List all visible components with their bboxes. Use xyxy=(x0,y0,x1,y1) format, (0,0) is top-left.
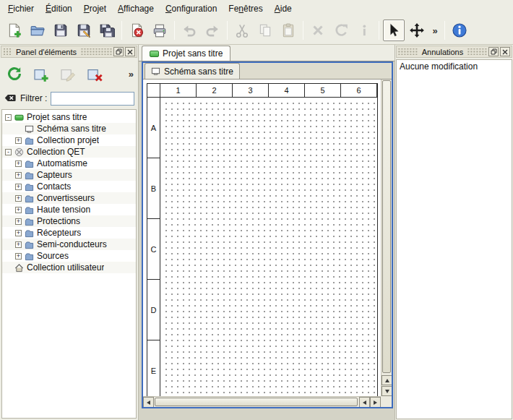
new-element-button[interactable] xyxy=(30,62,53,85)
diagram-view[interactable]: 123456 ABCDE xyxy=(143,80,392,407)
open-button[interactable] xyxy=(27,20,48,41)
tree-item-projet-sans-titre[interactable]: -Projet sans titre xyxy=(2,111,136,123)
delete-element-button[interactable] xyxy=(83,62,106,85)
expand-icon[interactable]: + xyxy=(15,230,22,236)
float-panel-button[interactable] xyxy=(113,47,124,56)
about-icon xyxy=(452,22,467,38)
expand-icon[interactable]: + xyxy=(15,218,22,225)
menu-affichage[interactable]: Affichage xyxy=(112,1,160,17)
new-button[interactable] xyxy=(4,20,25,41)
tree-item-protections[interactable]: +Protections xyxy=(2,215,136,227)
close-panel-button[interactable] xyxy=(125,47,135,56)
tree-item-automatisme[interactable]: +Automatisme xyxy=(2,158,136,169)
menu-edition[interactable]: Édition xyxy=(40,1,78,17)
select-button[interactable] xyxy=(383,20,405,41)
float-icon xyxy=(491,48,497,55)
folder-icon xyxy=(25,228,34,238)
tree-item-convertisseurs[interactable]: +Convertisseurs xyxy=(2,192,136,204)
about-button[interactable] xyxy=(449,20,470,41)
tree-item-contacts[interactable]: +Contacts xyxy=(2,181,136,192)
copy-button xyxy=(254,20,276,41)
close-button[interactable] xyxy=(126,20,147,41)
tree-item-label: Protections xyxy=(37,216,80,226)
expand-icon[interactable]: + xyxy=(15,195,22,202)
collapse-icon[interactable]: - xyxy=(5,149,12,155)
tree-item-haute-tension[interactable]: +Haute tension xyxy=(2,204,136,215)
panel-toolbar-overflow-button[interactable]: » xyxy=(129,69,135,80)
tree-item-capteurs[interactable]: +Capteurs xyxy=(2,169,136,181)
horizontal-scrollbar[interactable] xyxy=(143,396,381,407)
collapse-icon[interactable]: - xyxy=(5,114,12,121)
toolbar-overflow-button[interactable]: » xyxy=(429,20,441,41)
tab-project[interactable]: Projet sans titre xyxy=(142,46,230,61)
tree-item-label: Haute tension xyxy=(37,205,90,215)
undo-list-item[interactable]: Aucune modification xyxy=(397,60,512,73)
print-icon xyxy=(152,22,168,38)
tree-item-collection-qet[interactable]: -Collection QET xyxy=(2,146,136,158)
scroll-left-button-2[interactable] xyxy=(359,397,370,407)
folder-icon xyxy=(25,205,34,215)
close-panel-button[interactable] xyxy=(500,47,510,56)
menu-projet[interactable]: Projet xyxy=(78,1,112,17)
tree-item-sources[interactable]: +Sources xyxy=(2,250,136,262)
expand-icon[interactable]: + xyxy=(15,172,22,179)
tree-item-schema-sans-titre[interactable]: +Schéma sans titre xyxy=(2,123,136,134)
right-arrow-icon xyxy=(374,400,377,405)
filter-input[interactable] xyxy=(51,92,134,106)
expand-icon[interactable]: + xyxy=(15,137,22,144)
row-header: E xyxy=(147,340,160,396)
mdi-area: Schéma sans titre 123456 ABCDE xyxy=(139,61,395,420)
diagram-sheet: 123456 ABCDE xyxy=(147,83,378,396)
menu-fenetres[interactable]: Fenêtres xyxy=(223,1,268,17)
menu-configuration[interactable]: Configuration xyxy=(160,1,223,17)
expand-icon[interactable]: + xyxy=(15,184,22,190)
menu-fichier[interactable]: Fichier xyxy=(2,1,40,17)
scroll-up-button[interactable] xyxy=(381,375,392,385)
diagram-grid[interactable] xyxy=(161,98,377,396)
toolbar-separator xyxy=(379,21,379,40)
expand-icon[interactable]: + xyxy=(15,253,22,260)
elements-panel-titlebar[interactable]: Panel d'éléments xyxy=(1,46,137,58)
undo-panel: Annulations Aucune modification xyxy=(395,45,513,420)
diagram-tabbar: Schéma sans titre xyxy=(143,63,392,80)
tree-item-semi-conducteurs[interactable]: +Semi-conducteurs xyxy=(2,239,136,250)
save-all-button[interactable] xyxy=(96,20,118,41)
reload-button[interactable] xyxy=(3,62,26,85)
expand-icon[interactable]: + xyxy=(15,160,22,167)
vertical-scrollbar[interactable] xyxy=(381,80,392,396)
tree-item-collection-projet[interactable]: +Collection projet xyxy=(2,134,136,146)
undo-panel-titlebar[interactable]: Annulations xyxy=(396,46,512,58)
folder-icon xyxy=(25,194,34,203)
save-as-button[interactable] xyxy=(73,20,95,41)
print-button[interactable] xyxy=(149,20,171,41)
vertical-scrollbar-thumb[interactable] xyxy=(382,80,391,373)
save-button[interactable] xyxy=(50,20,72,41)
dock-handle-texture xyxy=(81,48,112,55)
menu-aide[interactable]: Aide xyxy=(269,1,298,17)
expand-icon[interactable]: + xyxy=(15,207,22,213)
tree-item-recepteurs[interactable]: +Récepteurs xyxy=(2,227,136,239)
up-arrow-icon xyxy=(385,379,389,382)
cut-icon xyxy=(234,22,250,38)
expand-icon[interactable]: + xyxy=(15,241,22,248)
elements-panel-toolbar: » xyxy=(0,59,138,89)
move-button[interactable] xyxy=(406,20,428,41)
save-icon xyxy=(53,22,69,38)
diagram-canvas[interactable]: 123456 ABCDE xyxy=(143,80,381,396)
scroll-right-button[interactable] xyxy=(370,397,381,407)
cut-button xyxy=(231,20,253,41)
filter-row: Filtrer : xyxy=(0,89,138,108)
scroll-down-button[interactable] xyxy=(381,386,392,396)
horizontal-scrollbar-thumb[interactable] xyxy=(155,398,358,406)
left-arrow-icon xyxy=(363,400,366,405)
tab-diagram[interactable]: Schéma sans titre xyxy=(145,63,240,79)
dock-handle-texture xyxy=(3,48,12,55)
close-icon xyxy=(129,22,145,38)
clear-filter-icon[interactable] xyxy=(4,92,17,105)
rotate-button xyxy=(330,20,352,41)
undo-button xyxy=(178,20,200,41)
tree-item-collection-utilisateur[interactable]: +Collection utilisateur xyxy=(2,262,136,273)
scroll-left-button[interactable] xyxy=(143,397,154,407)
float-panel-button[interactable] xyxy=(488,47,499,56)
column-header: 4 xyxy=(269,84,305,98)
